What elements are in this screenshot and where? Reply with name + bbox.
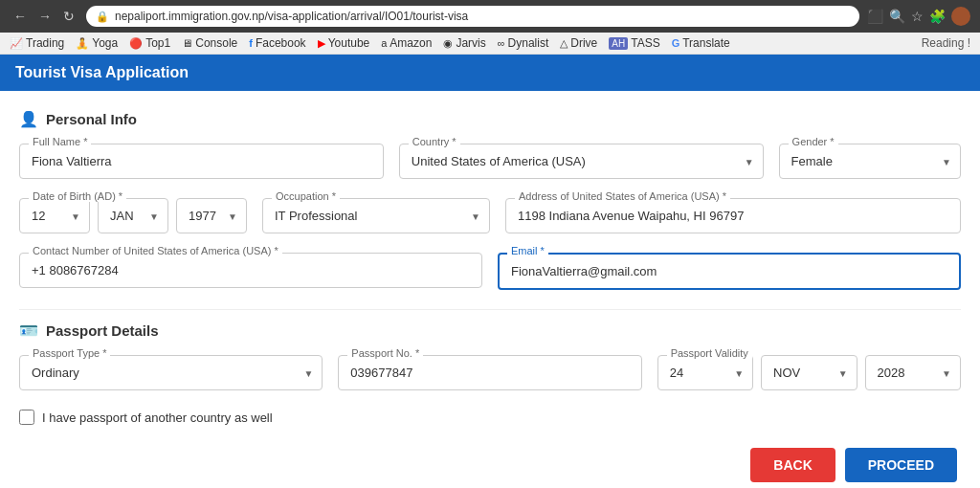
form-row-3: Contact Number of United States of Ameri… [19,253,961,290]
bottom-actions: BACK PROCEED [19,448,961,482]
bookmark-tass-label: TASS [631,36,659,50]
bookmark-dynalist-label: Dynalist [508,36,549,50]
validity-month-wrapper: NOV [761,355,857,390]
bookmark-yoga[interactable]: 🧘 Yoga [76,36,118,50]
gender-select[interactable]: Female [779,144,961,179]
another-passport-label[interactable]: I have passport of another country as we… [42,410,273,425]
dob-year-select[interactable]: 1977 [176,198,247,233]
nav-buttons[interactable]: ← → ↻ [10,7,78,26]
country-select-wrapper: United States of America (USA) [399,144,764,179]
another-passport-row: I have passport of another country as we… [19,410,961,425]
bookmark-jarvis-label: Jarvis [456,36,485,50]
bookmark-translate[interactable]: G Translate [672,36,730,50]
dynalist-icon: ∞ [498,37,505,49]
bookmark-youtube[interactable]: ▶ Youtube [318,36,370,50]
cast-button[interactable]: ⬛ [867,9,883,24]
passport-section: 🪪 Passport Details Passport Type * Ordin… [19,322,961,390]
facebook-icon: f [249,37,253,49]
personal-info-section-header: 👤 Personal Info [19,110,961,128]
passport-type-select[interactable]: Ordinary [19,355,323,390]
dob-year-wrapper: 1977 [176,198,247,233]
passport-type-field: Passport Type * Ordinary [19,355,323,390]
dob-selects: 12 JAN 1977 [19,198,247,233]
tass-icon: AH [609,37,628,50]
bookmark-trading-label: Trading [26,36,64,50]
gender-select-wrapper: Female [779,144,961,179]
app-title: Tourist Visa Application [15,64,189,80]
amazon-icon: a [381,37,387,49]
extensions-button[interactable]: 🧩 [929,9,946,24]
occupation-select[interactable]: IT Professional [262,198,490,233]
another-passport-checkbox[interactable] [19,410,34,425]
dob-month-select[interactable]: JAN [98,198,168,233]
form-row-2: Date of Birth (AD) * 12 JAN 1977 [19,198,961,233]
bookmark-dynalist[interactable]: ∞ Dynalist [498,36,549,50]
star-button[interactable]: ☆ [911,9,924,24]
top1-icon: 🔴 [129,37,143,50]
reading-mode-button[interactable]: Reading ! [922,36,970,50]
passport-section-header: 🪪 Passport Details [19,322,961,340]
bookmark-trading[interactable]: 📈 Trading [10,36,64,50]
bookmark-top1-label: Top1 [145,36,170,50]
bookmark-amazon[interactable]: a Amazon [381,36,432,50]
browser-actions: ⬛ 🔍 ☆ 🧩 [867,7,970,26]
occupation-label: Occupation * [272,190,340,202]
back-nav-button[interactable]: ← [10,7,31,26]
address-input[interactable] [505,198,961,233]
dob-day-select[interactable]: 12 [19,198,90,233]
passport-no-input[interactable] [338,355,641,390]
bookmark-tass[interactable]: AH TASS [609,36,659,50]
bookmark-top1[interactable]: 🔴 Top1 [129,36,170,50]
reload-button[interactable]: ↻ [59,7,78,26]
back-button[interactable]: BACK [750,448,835,482]
validity-selects: 24 NOV 2028 [657,355,961,390]
address-bar[interactable]: 🔒 nepaliport.immigration.gov.np/visa-app… [86,6,859,27]
bookmark-facebook[interactable]: f Facebook [249,36,305,50]
passport-no-label: Passport No. * [347,347,423,359]
country-field: Country * United States of America (USA) [399,144,764,179]
passport-form-row: Passport Type * Ordinary Passport No. * … [19,355,961,390]
lock-icon: 🔒 [96,11,109,23]
dob-day-wrapper: 12 [19,198,90,233]
trading-icon: 📈 [10,37,23,50]
drive-icon: △ [560,37,568,50]
jarvis-icon: ◉ [443,37,453,50]
forward-nav-button[interactable]: → [34,7,56,26]
address-label: Address of United States of America (USA… [515,190,730,202]
contact-field: Contact Number of United States of Ameri… [19,253,482,290]
bookmarks-bar: 📈 Trading 🧘 Yoga 🔴 Top1 🖥 Console f Face… [0,33,980,55]
bookmark-youtube-label: Youtube [328,36,370,50]
bookmark-drive-label: Drive [570,36,597,50]
passport-no-field: Passport No. * [338,355,641,390]
passport-icon: 🪪 [19,322,38,340]
email-input[interactable] [498,253,961,290]
user-avatar [951,7,970,26]
passport-validity-field: Passport Validity 24 NOV 2028 [657,355,961,390]
yoga-icon: 🧘 [76,37,89,50]
bookmark-drive[interactable]: △ Drive [560,36,597,50]
personal-info-label: Personal Info [46,111,137,127]
validity-month-select[interactable]: NOV [761,355,857,390]
app-header: Tourist Visa Application [0,55,980,91]
bookmark-jarvis[interactable]: ◉ Jarvis [443,36,485,50]
occupation-field: Occupation * IT Professional [262,198,490,233]
passport-type-select-wrapper: Ordinary [19,355,323,390]
email-label: Email * [507,245,548,256]
email-field: Email * [498,253,961,290]
proceed-button[interactable]: PROCEED [845,448,957,482]
main-content: 👤 Personal Info Full Name * Country * Un… [0,91,980,488]
form-row-1: Full Name * Country * United States of A… [19,144,961,179]
bookmark-console[interactable]: 🖥 Console [182,36,237,50]
full-name-input[interactable] [19,144,384,179]
zoom-button[interactable]: 🔍 [889,9,905,24]
bookmark-console-label: Console [195,36,237,50]
contact-input[interactable] [19,253,482,288]
passport-type-label: Passport Type * [29,347,110,359]
validity-day-select[interactable]: 24 [657,355,753,390]
full-name-label: Full Name * [29,136,91,147]
section-divider [19,309,961,310]
country-select[interactable]: United States of America (USA) [399,144,764,179]
gender-field: Gender * Female [779,144,961,179]
address-field: Address of United States of America (USA… [505,198,961,233]
validity-year-select[interactable]: 2028 [865,355,961,390]
